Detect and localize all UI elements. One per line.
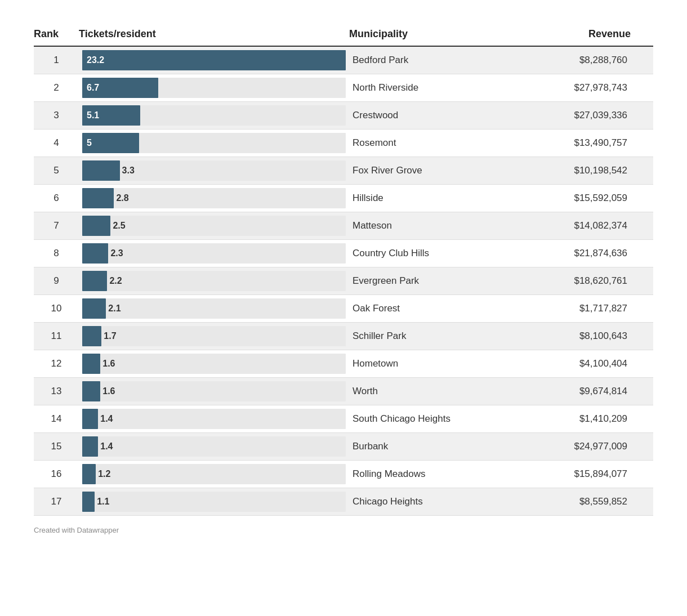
cell-revenue: $8,100,643 — [518, 323, 631, 350]
bar-fill — [82, 216, 110, 236]
cell-municipality: Country Club Hills — [349, 240, 518, 267]
cell-revenue: $18,620,761 — [518, 267, 631, 294]
cell-revenue: $8,288,760 — [518, 47, 631, 74]
cell-bar: 23.2 — [79, 47, 349, 74]
cell-revenue: $14,082,374 — [518, 212, 631, 239]
cell-revenue: $24,977,009 — [518, 433, 631, 460]
cell-revenue: $4,100,404 — [518, 350, 631, 377]
main-table: Rank Tickets/resident Municipality Reven… — [34, 23, 653, 516]
cell-municipality: Rolling Meadows — [349, 461, 518, 488]
bar-fill — [82, 492, 95, 512]
bar-fill — [82, 243, 108, 264]
bar-wrapper: 1.4 — [82, 436, 346, 457]
bar-label: 23.2 — [82, 55, 104, 65]
bar-fill — [82, 160, 120, 181]
bar-wrapper: 2.2 — [82, 271, 346, 291]
cell-rank: 12 — [34, 350, 79, 377]
cell-bar: 1.4 — [79, 433, 349, 460]
cell-rank: 1 — [34, 47, 79, 74]
table-row: 10 2.1 Oak Forest $1,717,827 — [34, 295, 653, 323]
cell-bar: 1.1 — [79, 488, 349, 515]
cell-municipality: Fox River Grove — [349, 157, 518, 184]
cell-municipality: South Chicago Heights — [349, 405, 518, 432]
cell-municipality: Chicago Heights — [349, 488, 518, 515]
bar-wrapper: 2.1 — [82, 298, 346, 319]
bar-label: 2.3 — [108, 248, 123, 258]
bar-wrapper: 5.1 — [82, 105, 346, 126]
bar-label: 2.5 — [110, 221, 125, 231]
bar-wrapper: 1.6 — [82, 354, 346, 374]
header-revenue: Revenue — [518, 28, 631, 40]
bar-label: 1.6 — [100, 359, 115, 369]
cell-municipality: Evergreen Park — [349, 267, 518, 294]
cell-revenue: $1,410,209 — [518, 405, 631, 432]
bar-wrapper: 2.3 — [82, 243, 346, 264]
bar-fill — [82, 271, 107, 291]
cell-municipality: North Riverside — [349, 74, 518, 101]
cell-rank: 3 — [34, 102, 79, 129]
footer-text: Created with Datawrapper — [34, 526, 653, 534]
bar-label: 3.3 — [120, 166, 135, 176]
cell-rank: 8 — [34, 240, 79, 267]
bar-wrapper: 1.6 — [82, 381, 346, 401]
cell-municipality: Burbank — [349, 433, 518, 460]
bar-label: 2.8 — [114, 193, 128, 203]
header-rank: Rank — [34, 28, 79, 40]
table-row: 8 2.3 Country Club Hills $21,874,636 — [34, 240, 653, 267]
cell-municipality: Hillside — [349, 185, 518, 212]
cell-revenue: $9,674,814 — [518, 378, 631, 405]
bar-label: 1.4 — [98, 414, 113, 424]
cell-rank: 11 — [34, 323, 79, 350]
table-row: 7 2.5 Matteson $14,082,374 — [34, 212, 653, 240]
bar-wrapper: 1.4 — [82, 409, 346, 429]
cell-rank: 13 — [34, 378, 79, 405]
cell-bar: 2.2 — [79, 267, 349, 294]
bar-wrapper: 1.2 — [82, 464, 346, 484]
cell-bar: 2.3 — [79, 240, 349, 267]
cell-rank: 10 — [34, 295, 79, 322]
cell-bar: 6.7 — [79, 74, 349, 101]
bar-fill — [82, 436, 98, 457]
cell-bar: 1.6 — [79, 350, 349, 377]
cell-municipality: Schiller Park — [349, 323, 518, 350]
bar-wrapper: 5 — [82, 133, 346, 153]
cell-rank: 7 — [34, 212, 79, 239]
table-row: 1 23.2 Bedford Park $8,288,760 — [34, 47, 653, 74]
bar-wrapper: 23.2 — [82, 50, 346, 70]
cell-rank: 14 — [34, 405, 79, 432]
bar-fill — [82, 50, 346, 70]
table-row: 11 1.7 Schiller Park $8,100,643 — [34, 323, 653, 350]
bar-fill — [82, 464, 96, 484]
cell-bar: 2.8 — [79, 185, 349, 212]
table-row: 9 2.2 Evergreen Park $18,620,761 — [34, 267, 653, 295]
cell-revenue: $1,717,827 — [518, 295, 631, 322]
table-row: 2 6.7 North Riverside $27,978,743 — [34, 74, 653, 102]
cell-bar: 2.1 — [79, 295, 349, 322]
table-row: 15 1.4 Burbank $24,977,009 — [34, 433, 653, 461]
cell-rank: 2 — [34, 74, 79, 101]
cell-bar: 1.6 — [79, 378, 349, 405]
cell-revenue: $13,490,757 — [518, 130, 631, 157]
cell-rank: 17 — [34, 488, 79, 515]
table-row: 4 5 Rosemont $13,490,757 — [34, 130, 653, 157]
cell-revenue: $15,592,059 — [518, 185, 631, 212]
cell-municipality: Bedford Park — [349, 47, 518, 74]
cell-rank: 4 — [34, 130, 79, 157]
bar-label: 2.1 — [106, 303, 121, 314]
bar-fill — [82, 298, 106, 319]
cell-revenue: $15,894,077 — [518, 461, 631, 488]
table-body: 1 23.2 Bedford Park $8,288,760 2 6.7 Nor… — [34, 47, 653, 516]
bar-fill — [82, 188, 114, 208]
cell-bar: 1.4 — [79, 405, 349, 432]
cell-rank: 6 — [34, 185, 79, 212]
header-tickets: Tickets/resident — [79, 28, 349, 40]
cell-revenue: $27,978,743 — [518, 74, 631, 101]
bar-label: 1.1 — [95, 497, 109, 507]
bar-label: 1.7 — [101, 331, 116, 341]
cell-revenue: $10,198,542 — [518, 157, 631, 184]
cell-bar: 1.7 — [79, 323, 349, 350]
cell-rank: 16 — [34, 461, 79, 488]
cell-municipality: Matteson — [349, 212, 518, 239]
cell-municipality: Rosemont — [349, 130, 518, 157]
table-header: Rank Tickets/resident Municipality Reven… — [34, 23, 653, 47]
